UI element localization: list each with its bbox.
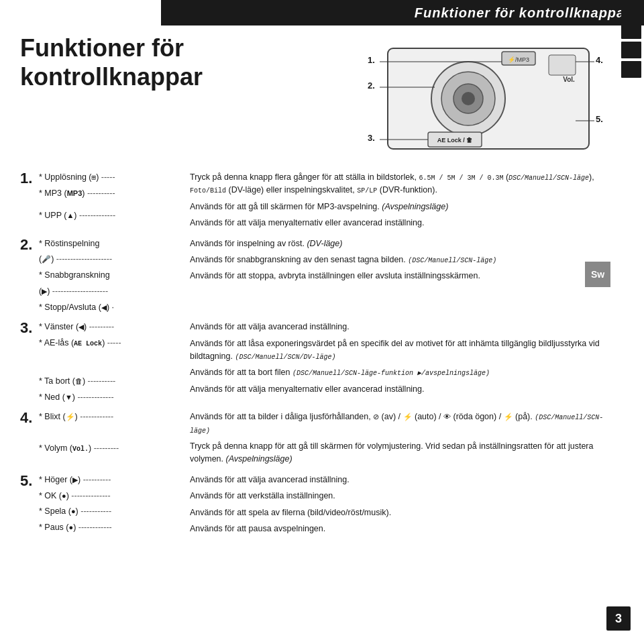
item-2-num: 2. — [20, 237, 39, 317]
item-4-right: Används för att ta bilder i dåliga ljusf… — [190, 411, 607, 470]
item-4-num: 4. — [20, 411, 39, 470]
page-title: Funktioner för kontrollknappar — [20, 34, 248, 91]
item-3-num: 3. — [20, 321, 39, 407]
svg-text:4.: 4. — [596, 55, 603, 65]
item-5-content: * Höger (▶) ---------- * OK (●) --------… — [39, 474, 607, 539]
side-bar-2 — [621, 22, 641, 39]
item-3-right: Används för att välja avancerad inställn… — [190, 321, 607, 407]
item-4-content: * Blixt (⚡) ------------ * Volym (Vol.) … — [39, 411, 607, 470]
header-bar: Funktioner för kontrollknappar — [161, 0, 644, 25]
side-bar-1 — [621, 3, 641, 19]
svg-text:5.: 5. — [596, 114, 603, 124]
svg-text:AE Lock / 🗑: AE Lock / 🗑 — [437, 137, 473, 144]
item-2-content: * Röstinspelning (🎤) -------------------… — [39, 237, 607, 317]
item-1-content: * Upplösning (⊞) ----- * MP3 (MP3) -----… — [39, 171, 607, 233]
item-5-right: Används för att välja avancerad inställn… — [190, 474, 607, 539]
header-title: Funktioner för kontrollknappar — [415, 5, 631, 21]
content-area: 1. * Upplösning (⊞) ----- * MP3 (MP3) --… — [20, 171, 607, 614]
item-2-left: * Röstinspelning (🎤) -------------------… — [39, 237, 176, 317]
item-1-num: 1. — [20, 171, 39, 233]
page-number: 3 — [606, 606, 631, 631]
svg-text:1.: 1. — [368, 55, 375, 65]
item-3: 3. * Vänster (◀) --------- * AE-lås (AE … — [20, 321, 607, 407]
svg-text:⚡/MP3: ⚡/MP3 — [508, 56, 529, 64]
svg-text:2.: 2. — [368, 80, 375, 91]
item-2-right: Används för inspelning av röst. (DV-läge… — [190, 237, 607, 317]
svg-text:3.: 3. — [368, 133, 375, 143]
item-1: 1. * Upplösning (⊞) ----- * MP3 (MP3) --… — [20, 171, 607, 233]
side-bar-4 — [621, 61, 641, 78]
item-5: 5. * Höger (▶) ---------- * OK (●) -----… — [20, 474, 607, 539]
item-4-left: * Blixt (⚡) ------------ * Volym (Vol.) … — [39, 411, 176, 470]
camera-diagram: ⚡/MP3 AE Lock / 🗑 Vol. 1. 2. 3. 4. 5. — [347, 28, 616, 162]
svg-text:Vol.: Vol. — [563, 76, 575, 83]
item-3-left: * Vänster (◀) --------- * AE-lås (AE Loc… — [39, 321, 176, 407]
svg-point-4 — [462, 92, 475, 105]
side-bar-3 — [621, 42, 641, 58]
item-4: 4. * Blixt (⚡) ------------ * Volym (Vol… — [20, 411, 607, 470]
item-5-num: 5. — [20, 474, 39, 539]
item-2: 2. * Röstinspelning (🎤) ----------------… — [20, 237, 607, 317]
item-1-right: Tryck på denna knapp flera gånger för at… — [190, 171, 607, 233]
svg-rect-7 — [549, 55, 576, 75]
page-title-block: Funktioner för kontrollknappar — [20, 34, 248, 91]
side-decoration — [619, 0, 644, 80]
item-1-left: * Upplösning (⊞) ----- * MP3 (MP3) -----… — [39, 171, 176, 233]
item-3-content: * Vänster (◀) --------- * AE-lås (AE Loc… — [39, 321, 607, 407]
item-5-left: * Höger (▶) ---------- * OK (●) --------… — [39, 474, 176, 539]
